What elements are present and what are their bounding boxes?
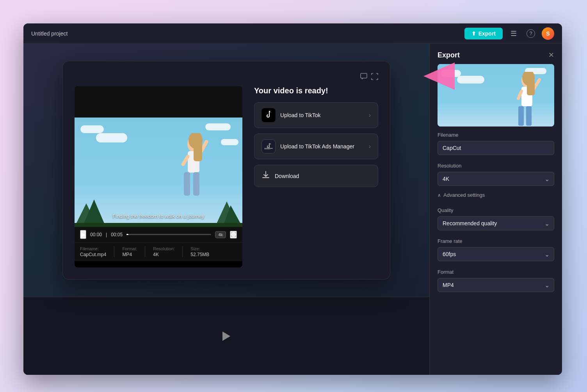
svg-rect-4 [526,106,532,126]
upload-tiktok-label: Upload to TikTok [280,112,321,118]
chevron-up-icon: ∧ [438,192,441,198]
tiktok-ads-icon [261,139,276,153]
export-close-button[interactable]: ✕ [548,51,554,59]
quality-label: Quality [438,207,554,213]
woman-figure-preview [507,72,543,127]
download-icon [261,171,270,181]
quality-group: Quality Recommended quality [430,202,562,233]
svg-rect-10 [361,73,367,78]
format-select-wrapper: MP4 [438,278,554,292]
export-up-icon: ⬆ [471,30,476,37]
format-select[interactable]: MP4 [438,278,554,292]
meta-size-value: 52.75MB [190,252,209,257]
video-ready-overlay: Finding the freedom to walk on a journey… [23,44,429,297]
cloud-2 [457,76,484,84]
framerate-select[interactable]: 60fps [438,247,554,261]
video-fullscreen-button[interactable]: ⛶ [230,231,237,239]
timeline-play-button[interactable] [219,329,233,343]
svg-rect-24 [194,142,202,161]
tiktok-logo [264,111,273,119]
ads-chevron-icon: › [369,143,371,150]
progress-bar[interactable] [126,234,211,235]
svg-rect-26 [264,149,270,150]
quality-badge: 4k [215,231,226,238]
svg-line-6 [518,91,521,98]
framerate-label: Frame rate [438,238,554,244]
svg-marker-11 [361,78,363,80]
help-icon: ? [527,29,535,38]
video-preview-main: Finding the freedom to walk on a journey [75,118,242,227]
upload-tiktok-option[interactable]: Upload to TikTok › [254,102,378,128]
svg-line-22 [183,157,188,164]
meta-format: Format: MP4 [122,246,137,257]
time-total: 00:05 [111,232,123,237]
video-cloud-2 [96,133,127,143]
export-panel-title: Export [438,51,460,59]
meta-filename: Filename: CapCut.mp4 [80,246,106,257]
card-right: Your video is ready! Upload to TikTok › [254,86,378,267]
download-svg-icon [261,171,270,179]
resolution-label: Resolution [438,163,554,169]
video-meta: Filename: CapCut.mp4 Format: MP4 Resolut… [75,242,242,261]
advanced-settings-toggle[interactable]: ∧ Advanced settings [430,188,562,202]
meta-format-value: MP4 [122,252,137,257]
top-bar-right: ⬆ Export ☰ ? S [464,27,554,40]
export-panel: Export ✕ [429,44,562,375]
video-cloud-4 [221,139,238,145]
export-label: Export [478,30,496,37]
upload-ads-label: Upload to TikTok Ads Manager [280,143,354,150]
export-preview [438,64,554,127]
card-top-icons [75,73,378,82]
tiktok-chevron-icon: › [369,112,371,119]
framerate-select-wrapper: 60fps [438,247,554,261]
time-separator: | [106,232,107,237]
quality-select-wrapper: Recommended quality [438,216,554,230]
video-subtitle: Finding the freedom to walk on a journey [75,213,242,219]
svg-rect-16 [75,223,242,227]
menu-button[interactable]: ☰ [507,27,520,40]
framerate-group: Frame rate 60fps [430,233,562,264]
sky-bg-video: Finding the freedom to walk on a journey [75,118,242,227]
meta-size: Size: 52.75MB [190,246,209,257]
play-triangle-icon [222,331,230,341]
meta-filename-value: CapCut.mp4 [80,252,106,257]
download-option[interactable]: Download [254,165,378,187]
help-button[interactable]: ? [525,27,537,40]
video-ready-card: Finding the freedom to walk on a journey… [62,61,390,280]
svg-marker-9 [423,62,455,90]
fullscreen-button[interactable] [371,73,378,82]
video-controls: ▶ 00:00 | 00:05 4k ⛶ [75,227,242,242]
woman-figure-video [172,133,211,223]
video-cloud-1 [80,125,104,133]
card-content: Finding the freedom to walk on a journey… [75,86,378,267]
avatar[interactable]: S [542,27,554,40]
meta-resolution-value: 4K [153,252,174,257]
format-label: Format [438,269,554,275]
filename-input[interactable]: CapCut [438,141,554,155]
top-bar: Untitled project ⬆ Export ☰ ? S [23,23,562,44]
svg-rect-20 [193,172,199,196]
export-panel-header: Export ✕ [430,44,562,64]
quality-select[interactable]: Recommended quality [438,216,554,230]
meta-size-label: Size: [190,246,209,251]
progress-fill [126,234,128,235]
app-window: Untitled project ⬆ Export ☰ ? S [23,23,562,375]
resolution-select-wrapper: 4K [438,172,554,186]
video-preview: Finding the freedom to walk on a journey… [75,86,242,267]
video-preview-dark-top [75,86,242,118]
export-button[interactable]: ⬆ Export [464,28,503,39]
meta-resolution-label: Resolution: [153,246,174,251]
play-button[interactable]: ▶ [80,230,86,239]
meta-divider-3 [182,246,183,257]
resolution-select[interactable]: 4K [438,172,554,186]
meta-divider-2 [145,246,145,257]
meta-divider-1 [114,246,114,257]
svg-rect-3 [518,106,524,126]
comment-button[interactable] [360,73,367,82]
download-label: Download [275,173,299,179]
video-ready-title: Your video is ready! [254,86,378,95]
comment-icon [360,73,367,80]
upload-ads-option[interactable]: Upload to TikTok Ads Manager › [254,134,378,159]
svg-rect-25 [264,148,273,149]
upload-tiktok-left: Upload to TikTok [261,108,321,122]
